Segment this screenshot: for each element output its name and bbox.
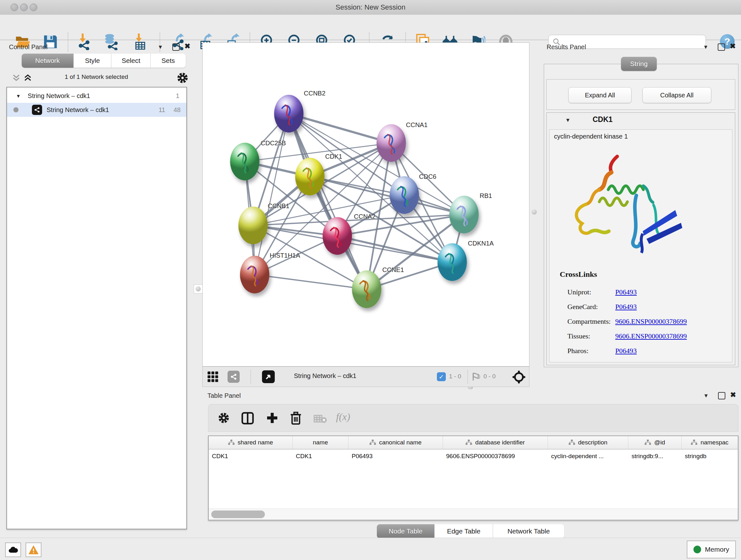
network-edge[interactable] xyxy=(255,274,367,289)
cell-namespace: stringdb xyxy=(682,449,738,463)
right-splitter-handle[interactable] xyxy=(532,209,537,214)
column-header-shared-name[interactable]: shared name xyxy=(209,436,293,449)
string-badge-icon[interactable] xyxy=(227,371,240,383)
memory-button[interactable]: Memory xyxy=(687,541,736,558)
delete-table-icon[interactable] xyxy=(314,414,327,425)
network-node-HIST1H1A[interactable] xyxy=(240,256,269,294)
network-edge[interactable] xyxy=(255,114,289,274)
column-header-name[interactable]: name xyxy=(293,436,348,449)
network-row-selected[interactable]: String Network – cdk1 11 48 xyxy=(7,103,186,117)
add-column-icon[interactable] xyxy=(266,412,279,426)
toolbar-separator xyxy=(251,369,251,384)
column-header-id[interactable]: @id xyxy=(628,436,682,449)
network-view-toolbar: String Network – cdk1 ✓ 1 - 0 0 - 0 xyxy=(202,367,529,387)
network-node-label: CDKN1A xyxy=(468,240,494,247)
tab-node-table[interactable]: Node Table xyxy=(377,524,434,538)
network-node-CCNB1[interactable] xyxy=(239,206,268,244)
crosslink-tissues[interactable]: 9606.ENSP00000378699 xyxy=(615,332,687,340)
network-node-CDC6[interactable] xyxy=(390,176,419,214)
open-in-window-icon[interactable] xyxy=(262,370,275,383)
network-edge[interactable] xyxy=(289,114,391,143)
delete-column-trash-icon[interactable] xyxy=(289,411,302,426)
tab-network[interactable]: Network xyxy=(22,54,74,68)
selected-nodes-checkbox[interactable]: ✓ xyxy=(437,372,446,381)
tab-network-table[interactable]: Network Table xyxy=(493,524,564,538)
network-edge[interactable] xyxy=(289,114,367,289)
crosslinks-labels: Uniprot: GeneCard: Compartments: Tissues… xyxy=(567,285,611,358)
results-panel-close-icon[interactable]: ✖ xyxy=(730,42,736,51)
cloud-button[interactable] xyxy=(5,543,21,557)
network-collection-label: String Network – cdk1 xyxy=(28,92,90,100)
protein-thumbnail xyxy=(441,248,463,277)
hidden-eye-icon[interactable] xyxy=(471,372,482,383)
results-buttons-box: Expand All Collapse All xyxy=(546,79,735,110)
table-gear-icon[interactable] xyxy=(217,412,230,426)
show-columns-icon[interactable] xyxy=(241,412,254,426)
tab-style[interactable]: Style xyxy=(74,54,112,68)
table-panel-float-icon[interactable] xyxy=(718,392,725,399)
network-options-gear-icon[interactable] xyxy=(176,71,189,85)
cell-name: CDK1 xyxy=(293,449,348,463)
table-row[interactable]: CDK1 CDK1 P06493 9606.ENSP00000378699 cy… xyxy=(209,449,738,463)
network-tree: ▼ String Network – cdk1 1 String Network… xyxy=(6,87,187,530)
table-panel-close-icon[interactable]: ✖ xyxy=(730,391,736,399)
expand-all-button[interactable]: Expand All xyxy=(568,87,631,103)
network-canvas[interactable]: CCNB2CCNA1CDC25BCDK1CDC6RB1CCNB1CCNA2CDK… xyxy=(202,43,529,367)
memory-label: Memory xyxy=(705,546,729,553)
selected-counts: 1 - 0 xyxy=(449,373,461,380)
network-node-CCNB2[interactable] xyxy=(274,95,304,132)
network-node-CDKN1A[interactable] xyxy=(437,243,467,281)
network-node-CDK1[interactable] xyxy=(295,158,325,195)
protein-thumbnail xyxy=(393,181,415,210)
crosslink-compartments[interactable]: 9606.ENSP00000378699 xyxy=(615,317,687,325)
network-node-label: RB1 xyxy=(480,192,492,199)
network-edge[interactable] xyxy=(337,236,452,262)
network-node-label: CCNB2 xyxy=(304,90,326,97)
network-node-CCNA1[interactable] xyxy=(377,124,406,162)
node-count: 11 xyxy=(158,106,165,114)
network-node-RB1[interactable] xyxy=(449,196,479,233)
tab-select[interactable]: Select xyxy=(111,54,151,68)
crosslink-label: Tissues: xyxy=(567,329,611,344)
control-panel-tabs: Network Style Select Sets xyxy=(22,54,186,68)
birds-eye-view-icon[interactable] xyxy=(207,371,219,384)
results-panel-collapse-icon[interactable]: ▼ xyxy=(703,44,709,51)
gene-name: CDK1 xyxy=(593,115,613,124)
control-panel-float-icon[interactable] xyxy=(172,44,180,51)
crosslink-label: Compartments: xyxy=(567,314,611,329)
gene-section-collapse-icon[interactable]: ▼ xyxy=(565,117,570,124)
table-header-row: shared name name canonical name database… xyxy=(209,436,738,449)
network-node-label: HIST1H1A xyxy=(270,252,300,259)
gene-detail-box: cyclin-dependent kinase 1 CrossLinks Uni… xyxy=(549,129,732,362)
network-node-CCNE1[interactable] xyxy=(352,270,381,308)
network-node-label: CDC6 xyxy=(419,173,436,180)
collapse-all-button[interactable]: Collapse All xyxy=(643,87,711,103)
table-horizontal-scrollbar[interactable] xyxy=(209,509,738,520)
table-toolbar: f(x) xyxy=(208,404,738,432)
network-node-CDC25B[interactable] xyxy=(230,143,259,180)
results-panel-float-icon[interactable] xyxy=(718,44,725,51)
control-panel-close-icon[interactable]: ✖ xyxy=(185,42,190,51)
tab-string[interactable]: String xyxy=(621,57,657,71)
column-header-database-identifier[interactable]: database identifier xyxy=(443,436,548,449)
crosslink-uniprot[interactable]: P06493 xyxy=(615,288,636,296)
crosslink-genecard[interactable]: P06493 xyxy=(615,303,636,311)
control-panel-collapse-icon[interactable]: ▼ xyxy=(158,44,163,51)
tab-edge-table[interactable]: Edge Table xyxy=(434,524,493,538)
tree-expand-icon[interactable]: ▼ xyxy=(16,93,21,99)
left-splitter-handle[interactable] xyxy=(194,285,203,294)
table-panel-collapse-icon[interactable]: ▼ xyxy=(703,393,709,399)
network-label: String Network – cdk1 xyxy=(47,106,109,114)
network-collection-row[interactable]: ▼ String Network – cdk1 1 xyxy=(7,89,186,103)
pan-crosshair-icon[interactable] xyxy=(512,370,526,385)
network-node-CCNA2[interactable] xyxy=(323,217,352,255)
crosslink-pharos[interactable]: P06493 xyxy=(615,347,636,355)
column-header-canonical-name[interactable]: canonical name xyxy=(348,436,443,449)
column-header-description[interactable]: description xyxy=(548,436,628,449)
hidden-counts: 0 - 0 xyxy=(483,373,495,380)
function-builder-icon[interactable]: f(x) xyxy=(336,411,350,423)
column-header-namespace[interactable]: namespac xyxy=(682,436,738,449)
scrollbar-thumb[interactable] xyxy=(211,510,265,518)
tab-sets[interactable]: Sets xyxy=(151,54,186,68)
warnings-button[interactable] xyxy=(25,543,42,557)
